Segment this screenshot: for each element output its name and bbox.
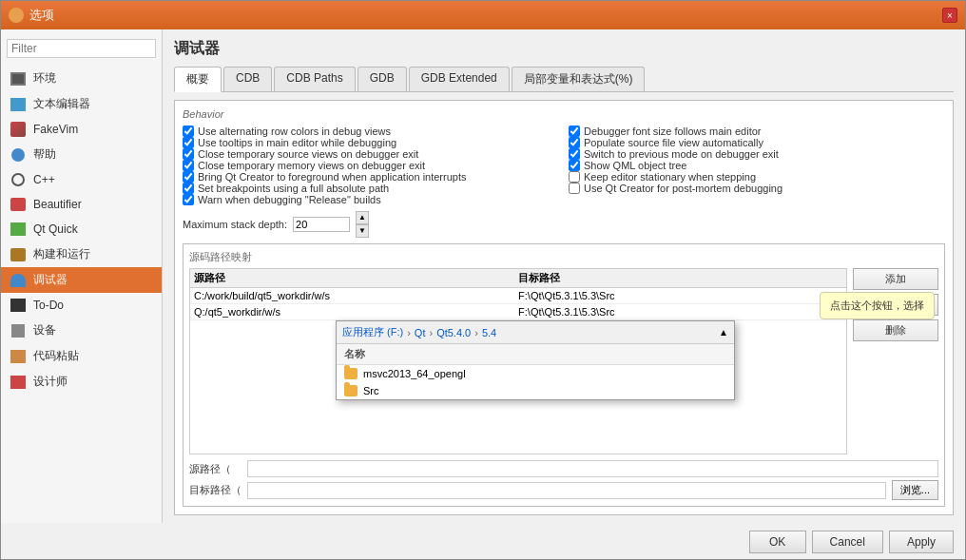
tab-overview[interactable]: 概要 bbox=[174, 67, 222, 92]
checkbox-post-mortem-input[interactable] bbox=[569, 183, 580, 194]
checkbox-foreground-input[interactable] bbox=[183, 171, 194, 183]
checkbox-keep-editor-label: Keep editor stationary when stepping bbox=[584, 171, 756, 183]
browse-button[interactable]: 浏览... bbox=[892, 480, 938, 500]
checkbox-warn-release: Warn when debugging "Release" builds bbox=[183, 194, 559, 205]
cpp-icon bbox=[9, 172, 28, 187]
qt-icon bbox=[9, 222, 28, 237]
title-bar: 选项 × bbox=[1, 1, 965, 29]
table-row[interactable]: C:/work/build/qt5_workdir/w/s F:\Qt\Qt5.… bbox=[190, 288, 846, 304]
tab-cdb[interactable]: CDB bbox=[223, 67, 272, 91]
title-bar-left: 选项 bbox=[9, 7, 54, 24]
dropdown-nav-item-3[interactable]: 5.4 bbox=[482, 327, 496, 338]
tab-gdb[interactable]: GDB bbox=[357, 67, 407, 91]
checkbox-grid: Use alternating row colors in debug view… bbox=[183, 126, 945, 205]
dropdown-item-0[interactable]: msvc2013_64_opengl bbox=[337, 365, 734, 382]
checkbox-close-src: Close temporary source views on debugger… bbox=[183, 148, 559, 160]
annotation-text: 点击这个按钮，选择 bbox=[830, 299, 924, 311]
checkbox-font-size-input[interactable] bbox=[569, 126, 580, 137]
text-icon bbox=[9, 97, 28, 112]
sidebar-label-build-run: 构建和运行 bbox=[33, 246, 90, 262]
sidebar-item-designer[interactable]: 设计师 bbox=[1, 369, 162, 395]
checkbox-show-qml-label: Show QML object tree bbox=[584, 160, 686, 171]
max-stack-input[interactable]: 20 bbox=[293, 217, 350, 232]
sidebar-item-env[interactable]: 环境 bbox=[1, 66, 162, 91]
sidebar-item-qt-quick[interactable]: Qt Quick bbox=[1, 217, 162, 241]
sidebar-label-code-paste: 代码粘贴 bbox=[33, 348, 79, 364]
checkbox-close-mem-input[interactable] bbox=[183, 160, 194, 171]
checkbox-breakpoints-input[interactable] bbox=[183, 183, 194, 194]
source-path-input[interactable] bbox=[247, 460, 938, 477]
sidebar-item-fakevim[interactable]: FakeVim bbox=[1, 117, 162, 142]
dropdown-item-label-1: Src bbox=[363, 385, 379, 396]
debug-icon bbox=[9, 273, 28, 288]
sidebar-item-build-run[interactable]: 构建和运行 bbox=[1, 241, 162, 267]
checkbox-close-mem: Close temporary memory views on debugger… bbox=[183, 160, 559, 171]
checkbox-keep-editor: Keep editor stationary when stepping bbox=[569, 171, 945, 183]
checkbox-show-qml-input[interactable] bbox=[569, 160, 580, 171]
tab-cdb-paths[interactable]: CDB Paths bbox=[274, 67, 355, 91]
checkbox-alt-row-input[interactable] bbox=[183, 126, 194, 137]
checkbox-close-src-input[interactable] bbox=[183, 148, 194, 160]
cancel-button[interactable]: Cancel bbox=[812, 531, 883, 553]
checkbox-breakpoints: Set breakpoints using a full absolute pa… bbox=[183, 183, 559, 194]
dropdown-list-header: 名称 bbox=[337, 344, 734, 365]
spinner-up-btn[interactable]: ▲ bbox=[356, 211, 369, 224]
sort-icon[interactable]: ▲ bbox=[719, 327, 728, 338]
dropdown-nav-item-0[interactable]: 应用程序 (F:) bbox=[342, 325, 403, 339]
panel-title: 调试器 bbox=[174, 39, 954, 59]
build-icon bbox=[9, 247, 28, 262]
spinner-down-btn[interactable]: ▼ bbox=[356, 224, 369, 238]
table-row-1-dst: F:\Qt\Qt5.3.1\5.3\Src bbox=[518, 306, 842, 318]
close-button[interactable]: × bbox=[942, 8, 957, 23]
footer: OK Cancel Apply bbox=[1, 523, 965, 559]
checkboxes-left: Use alternating row colors in debug view… bbox=[183, 126, 559, 205]
max-stack-row: Maximum stack depth: 20 ▲ ▼ bbox=[183, 211, 945, 238]
checkbox-populate-src: Populate source file view automatically bbox=[569, 137, 945, 148]
sidebar-item-help[interactable]: 帮助 bbox=[1, 142, 162, 167]
bottom-inputs: 源路径（ 目标路径（ 浏览... bbox=[189, 460, 938, 500]
apply-button[interactable]: Apply bbox=[889, 531, 954, 553]
sidebar-item-cpp[interactable]: C++ bbox=[1, 167, 162, 192]
sidebar-item-device[interactable]: 设备 bbox=[1, 318, 162, 343]
checkbox-warn-release-input[interactable] bbox=[183, 194, 194, 205]
target-path-input[interactable] bbox=[247, 482, 886, 499]
checkbox-alt-row: Use alternating row colors in debug view… bbox=[183, 126, 559, 137]
beautifier-icon bbox=[9, 197, 28, 212]
tab-local-vars[interactable]: 局部变量和表达式(%) bbox=[512, 67, 646, 91]
sidebar-item-todo[interactable]: To-Do bbox=[1, 293, 162, 318]
todo-icon bbox=[9, 298, 28, 313]
sidebar-item-text-editor[interactable]: 文本编辑器 bbox=[1, 91, 162, 117]
app-icon bbox=[9, 8, 24, 23]
checkbox-foreground-label: Bring Qt Creator to foreground when appl… bbox=[198, 171, 467, 183]
source-map-title: 源码路径映射 bbox=[189, 250, 938, 264]
checkbox-tooltips-label: Use tooltips in main editor while debugg… bbox=[198, 137, 396, 148]
dropdown-nav-item-2[interactable]: Qt5.4.0 bbox=[436, 327, 471, 338]
directory-dropdown: 应用程序 (F:) › Qt › Qt5.4.0 › 5.4 ▲ 名称 bbox=[336, 320, 735, 400]
table-row[interactable]: Q:/qt5_workdir/w/s F:\Qt\Qt5.3.1\5.3\Src bbox=[190, 304, 846, 320]
annotation-bubble: 点击这个按钮，选择 bbox=[820, 292, 935, 319]
delete-button[interactable]: 删除 bbox=[853, 319, 938, 341]
checkbox-populate-src-input[interactable] bbox=[569, 137, 580, 148]
content-area: 环境 文本编辑器 FakeVim 帮助 C++ Beautifier bbox=[1, 29, 965, 523]
sidebar-label-env: 环境 bbox=[33, 70, 56, 87]
checkbox-tooltips-input[interactable] bbox=[183, 137, 194, 148]
source-table-header: 源路径 目标路径 bbox=[190, 269, 846, 288]
add-button[interactable]: 添加 bbox=[853, 268, 938, 290]
sidebar-item-beautifier[interactable]: Beautifier bbox=[1, 192, 162, 217]
sidebar-item-code-paste[interactable]: 代码粘贴 bbox=[1, 343, 162, 369]
designer-icon bbox=[9, 375, 28, 390]
tab-gdb-extended[interactable]: GDB Extended bbox=[409, 67, 510, 91]
folder-icon-1 bbox=[344, 385, 357, 396]
filter-input[interactable] bbox=[7, 39, 156, 58]
checkbox-prev-mode-input[interactable] bbox=[569, 148, 580, 160]
checkbox-font-size-label: Debugger font size follows main editor bbox=[584, 126, 761, 137]
checkboxes-right: Debugger font size follows main editor P… bbox=[569, 126, 945, 205]
checkbox-post-mortem-label: Use Qt Creator for post-mortem debugging bbox=[584, 183, 782, 194]
checkbox-keep-editor-input[interactable] bbox=[569, 171, 580, 183]
ok-button[interactable]: OK bbox=[749, 531, 806, 553]
tab-content-overview: Behavior Use alternating row colors in d… bbox=[174, 100, 954, 515]
dropdown-nav-item-1[interactable]: Qt bbox=[415, 327, 426, 338]
target-path-row: 目标路径（ 浏览... bbox=[189, 480, 938, 500]
sidebar-item-debugger[interactable]: 调试器 bbox=[1, 267, 162, 293]
dropdown-item-1[interactable]: Src bbox=[337, 382, 734, 399]
